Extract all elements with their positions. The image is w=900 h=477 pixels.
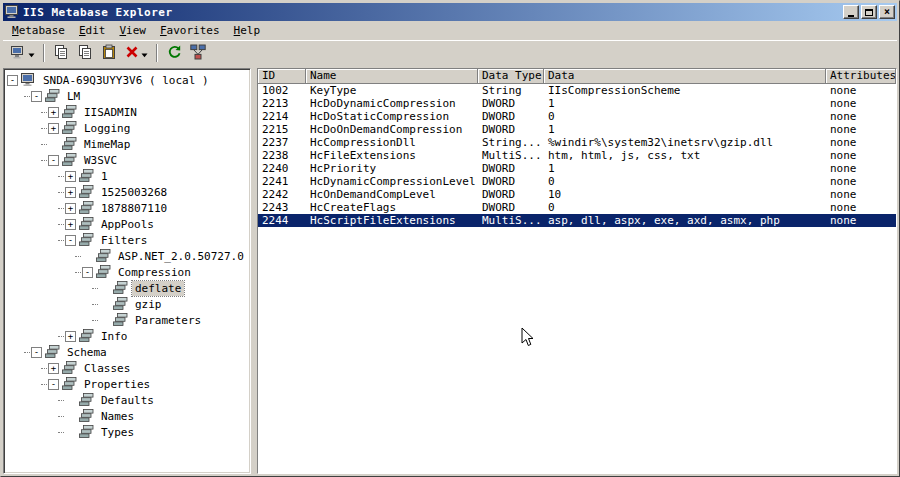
tree-item-label[interactable]: Info <box>98 329 131 344</box>
collapse-icon[interactable]: - <box>65 235 76 246</box>
collapse-icon[interactable]: - <box>31 347 42 358</box>
refresh-button[interactable] <box>162 42 186 64</box>
tree-item-label[interactable]: Defaults <box>98 393 157 408</box>
table-row-2214[interactable]: 2214HcDoStaticCompressionDWORD0none <box>258 110 896 123</box>
expand-icon[interactable]: + <box>48 107 59 118</box>
collapse-icon[interactable]: - <box>48 379 59 390</box>
tree-item-1878807110[interactable]: +1878807110 <box>7 200 250 216</box>
tree-item-label[interactable]: gzip <box>132 297 165 312</box>
tree-item-label[interactable]: deflate <box>132 281 184 296</box>
tree-item-w3svc[interactable]: -W3SVC <box>7 152 250 168</box>
menu-edit[interactable]: Edit <box>72 22 113 39</box>
tree-item-label[interactable]: Compression <box>115 265 194 280</box>
tree-item-label[interactable]: Classes <box>81 361 133 376</box>
tree-indent <box>7 368 41 369</box>
tree-item-deflate[interactable]: deflate <box>7 280 250 296</box>
tree-item-label[interactable]: Types <box>98 425 137 440</box>
tree-item-info[interactable]: +Info <box>7 328 250 344</box>
collapse-icon[interactable]: - <box>82 267 93 278</box>
close-button[interactable]: × <box>879 5 895 19</box>
collapse-icon[interactable]: - <box>7 75 18 86</box>
cell-attributes: none <box>826 97 896 110</box>
paste-button[interactable] <box>97 42 121 64</box>
tree-item-snda-69q3uyy3v6-local[interactable]: -SNDA-69Q3UYY3V6 ( local ) <box>7 72 250 88</box>
collapse-icon[interactable]: - <box>31 91 42 102</box>
menu-view[interactable]: View <box>112 22 153 39</box>
cell-name: HcDynamicCompressionLevel <box>306 175 478 188</box>
tree-item-asp-net-2-0-50727-0[interactable]: ASP.NET_2.0.50727.0 <box>7 248 250 264</box>
tree-item-defaults[interactable]: Defaults <box>7 392 250 408</box>
menu-help[interactable]: Help <box>227 22 268 39</box>
tree-item-label[interactable]: W3SVC <box>81 153 120 168</box>
minimize-button[interactable] <box>843 5 859 19</box>
tree-item-mimemap[interactable]: MimeMap <box>7 136 250 152</box>
tree-item-label[interactable]: 1 <box>98 169 111 184</box>
tree-item-label[interactable]: Schema <box>64 345 110 360</box>
table-row-2243[interactable]: 2243HcCreateFlagsDWORD0none <box>258 201 896 214</box>
tree-item-label[interactable]: SNDA-69Q3UYY3V6 ( local ) <box>40 73 212 88</box>
expand-icon[interactable]: + <box>65 219 76 230</box>
collapse-icon[interactable]: - <box>48 155 59 166</box>
tree-item-label[interactable]: Logging <box>81 121 133 136</box>
menu-favorites[interactable]: Favorites <box>153 22 227 39</box>
cell-attributes: none <box>826 214 896 227</box>
tree-item-schema[interactable]: -Schema <box>7 344 250 360</box>
tree-item-label[interactable]: 1878807110 <box>98 201 170 216</box>
app-window: IIS Metabase Explorer × MetabaseEditView… <box>0 0 900 477</box>
tree-item-label[interactable]: MimeMap <box>81 137 133 152</box>
menu-metabase[interactable]: Metabase <box>5 22 72 39</box>
expand-icon[interactable]: + <box>65 203 76 214</box>
tree-item-1[interactable]: +1 <box>7 168 250 184</box>
tree-indent <box>7 208 58 209</box>
expand-icon[interactable]: + <box>48 123 59 134</box>
tree-indent <box>7 352 24 353</box>
column-header-attributes[interactable]: Attributes <box>826 69 896 84</box>
tree-item-filters[interactable]: -Filters <box>7 232 250 248</box>
network-button[interactable] <box>186 42 210 64</box>
table-row-2237[interactable]: 2237HcCompressionDllString...%windir%\sy… <box>258 136 896 149</box>
tree-item-label[interactable]: Filters <box>98 233 150 248</box>
column-header-name[interactable]: Name <box>306 69 478 84</box>
duplicate-button[interactable] <box>73 42 97 64</box>
tree-item-gzip[interactable]: gzip <box>7 296 250 312</box>
tree-item-label[interactable]: IISADMIN <box>81 105 140 120</box>
tree-item-parameters[interactable]: Parameters <box>7 312 250 328</box>
table-row-2213[interactable]: 2213HcDoDynamicCompressionDWORD1none <box>258 97 896 110</box>
expand-icon[interactable]: + <box>65 171 76 182</box>
tree-item-label[interactable]: Names <box>98 409 137 424</box>
expand-icon[interactable]: + <box>48 363 59 374</box>
tree-item-apppools[interactable]: +AppPools <box>7 216 250 232</box>
table-row-1002[interactable]: 1002KeyTypeStringIIsCompressionSchemenon… <box>258 84 896 97</box>
tree-item-classes[interactable]: +Classes <box>7 360 250 376</box>
column-header-id[interactable]: ID <box>258 69 306 84</box>
tree-item-types[interactable]: Types <box>7 424 250 440</box>
tree-item-label[interactable]: ASP.NET_2.0.50727.0 <box>115 249 247 264</box>
table-row-2241[interactable]: 2241HcDynamicCompressionLevelDWORD0none <box>258 175 896 188</box>
tree-item-label[interactable]: 1525003268 <box>98 185 170 200</box>
table-row-2240[interactable]: 2240HcPriorityDWORD1none <box>258 162 896 175</box>
expand-icon[interactable]: + <box>65 331 76 342</box>
tree-item-label[interactable]: Properties <box>81 377 153 392</box>
tree-item-iisadmin[interactable]: +IISADMIN <box>7 104 250 120</box>
tree-item-label[interactable]: LM <box>64 89 83 104</box>
table-row-2242[interactable]: 2242HcOnDemandCompLevelDWORD10none <box>258 188 896 201</box>
tree-item-label[interactable]: Parameters <box>132 313 204 328</box>
tree-item-label[interactable]: AppPools <box>98 217 157 232</box>
expand-icon[interactable]: + <box>65 187 76 198</box>
tree-item-properties[interactable]: -Properties <box>7 376 250 392</box>
table-row-2244[interactable]: 2244HcScriptFileExtensionsMultiS...asp, … <box>258 214 896 227</box>
copy-button[interactable] <box>49 42 73 64</box>
tree-item-logging[interactable]: +Logging <box>7 120 250 136</box>
column-header-data-type[interactable]: Data Type <box>478 69 544 84</box>
column-header-data[interactable]: Data <box>544 69 826 84</box>
tree-item-compression[interactable]: -Compression <box>7 264 250 280</box>
tree-item-names[interactable]: Names <box>7 408 250 424</box>
expander-spacer <box>82 251 93 262</box>
maximize-button[interactable] <box>861 5 877 19</box>
tree-item-lm[interactable]: -LM <box>7 88 250 104</box>
delete-button[interactable] <box>121 42 152 64</box>
connect-button[interactable] <box>6 42 39 64</box>
tree-item-1525003268[interactable]: +1525003268 <box>7 184 250 200</box>
table-row-2238[interactable]: 2238HcFileExtensionsMultiS...htm, html, … <box>258 149 896 162</box>
table-row-2215[interactable]: 2215HcDoOnDemandCompressionDWORD1none <box>258 123 896 136</box>
